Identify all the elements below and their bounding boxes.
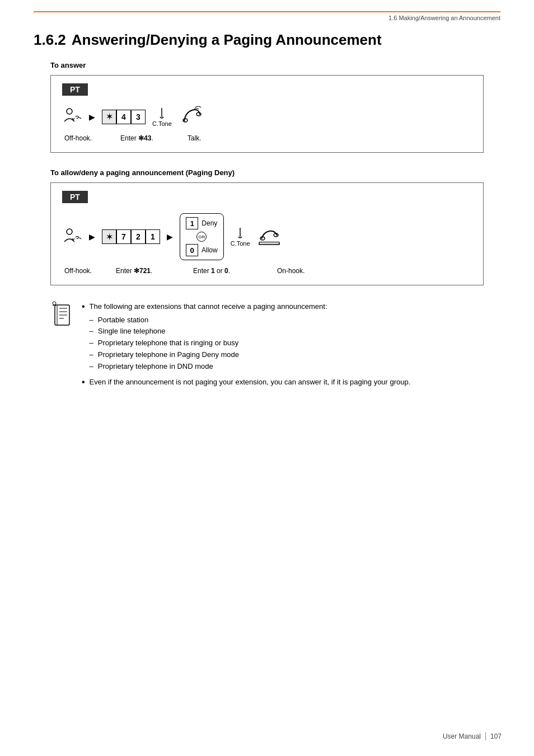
answer-diagram-row: ▶ ✶43 C.Tone — [62, 106, 472, 128]
arrow2: ▶ — [89, 232, 95, 241]
svg-point-3 — [67, 229, 72, 234]
allow-deny-box: 1 Deny OR 0 Allow — [180, 213, 224, 260]
arrow1: ▶ — [89, 112, 95, 121]
star-key: ✶ — [102, 110, 116, 124]
bullet2-text: Even if the announcement is not paging y… — [90, 377, 484, 388]
list-item-3: –Proprietary telephone that is ringing o… — [90, 337, 484, 349]
page-title: 1.6.2Answering/Denying a Paging Announce… — [34, 31, 500, 49]
deny-text: Deny — [202, 219, 217, 227]
key-1-seq: 1 — [146, 229, 160, 244]
list-item-4: –Proprietary telephone in Paging Deny mo… — [90, 349, 484, 361]
deny-diagram-row: ▶ ✶721 ▶ 1 Deny OR 0 Allow C.Tone — [62, 213, 472, 260]
deny-pt-label: PT — [62, 191, 88, 203]
ctone-answer: C.Tone — [152, 107, 172, 127]
key-0-allow: 0 — [186, 244, 198, 256]
answer-label: To answer — [50, 61, 500, 69]
note-bullet-2: • Even if the announcement is not paging… — [82, 377, 484, 388]
bullet1-text: The following are extensions that cannot… — [90, 301, 484, 372]
deny-offhook-icon — [62, 226, 82, 248]
cap-enter721: Enter ✻721. — [98, 267, 182, 275]
svg-point-0 — [67, 109, 72, 114]
list-item-2: –Single line telephone — [90, 326, 484, 337]
cap-enter10: Enter 1 or 0. — [182, 267, 249, 275]
ctone-deny: C.Tone — [231, 227, 250, 247]
key-2: 2 — [131, 229, 146, 244]
deny-diagram: PT ▶ ✶721 ▶ 1 Deny OR — [50, 182, 484, 285]
deny-row: 1 Deny — [186, 217, 217, 229]
list-item-5: –Proprietary telephone in DND mode — [90, 361, 484, 373]
key-4: 4 — [116, 110, 131, 124]
key-star43: ✶43 — [102, 110, 146, 124]
svg-point-7 — [53, 302, 56, 305]
bullet-dot-1: • — [82, 301, 85, 313]
cap-talk: Talk. — [165, 134, 210, 142]
allow-text: Allow — [202, 246, 218, 254]
notes-section: • The following are extensions that cann… — [50, 301, 484, 393]
bullet1-list: –Portable station –Single line telephone… — [90, 314, 484, 373]
list-item-1: –Portable station — [90, 314, 484, 326]
deny-label: To allow/deny a paging announcement (Pag… — [50, 168, 500, 177]
cap-offhook: Off-hook. — [64, 134, 98, 142]
key-star721: ✶721 — [102, 229, 160, 244]
key-7: 7 — [116, 229, 131, 244]
answer-diagram: PT ▶ ✶43 C.Tone — [50, 75, 484, 153]
allow-row: 0 Allow — [186, 244, 218, 256]
cap-deny-offhook: Off-hook. — [64, 267, 98, 275]
answer-captions: Off-hook. Enter ✻43. Talk. — [62, 134, 472, 142]
notes-content: • The following are extensions that cann… — [82, 301, 484, 393]
footer-divider — [485, 732, 486, 740]
footer-label: User Manual — [443, 732, 481, 740]
note-book-icon — [50, 301, 74, 329]
svg-point-1 — [183, 119, 188, 122]
onhook-icon — [257, 227, 282, 247]
deny-captions: Off-hook. Enter ✻721. Enter 1 or 0. On-h… — [62, 267, 472, 275]
key-1-deny: 1 — [186, 217, 198, 229]
footer: User Manual 107 — [443, 732, 502, 740]
offhook-icon — [62, 106, 82, 128]
arrow3: ▶ — [167, 232, 173, 241]
note-bullet-1: • The following are extensions that cann… — [82, 301, 484, 372]
header-breadcrumb: 1.6 Making/Answering an Announcement — [34, 11, 500, 21]
or-label: OR — [196, 232, 207, 242]
footer-page: 107 — [490, 732, 502, 740]
cap-enter43: Enter ✻43. — [98, 134, 165, 142]
answer-pt-label: PT — [62, 83, 88, 96]
cap-onhook: On-hook. — [249, 267, 305, 275]
talk-icon — [179, 106, 204, 128]
key-3: 3 — [131, 110, 146, 124]
bullet-dot-2: • — [82, 377, 85, 388]
star-key2: ✶ — [102, 229, 116, 244]
